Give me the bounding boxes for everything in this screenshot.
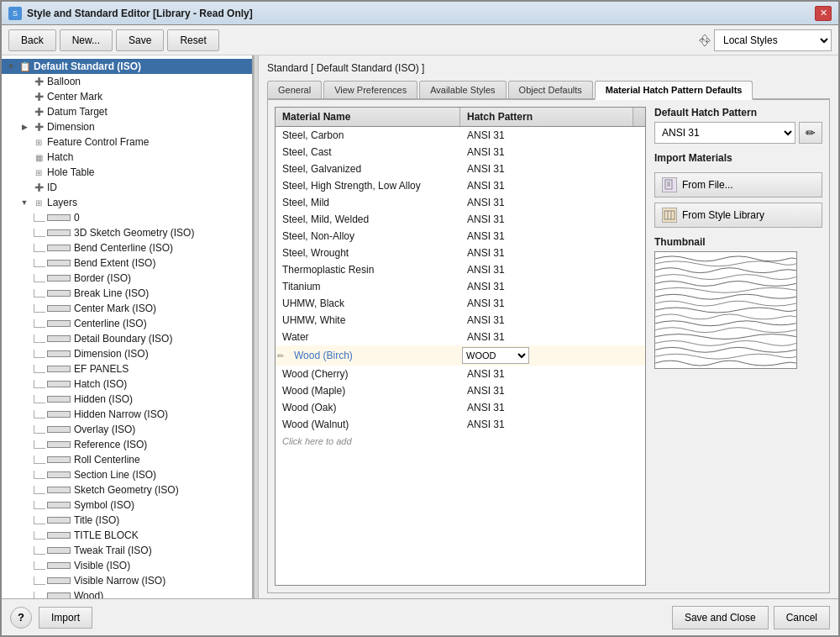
save-and-close-button[interactable]: Save and Close — [672, 606, 769, 629]
sidebar-item-label: Title (ISO) — [74, 514, 119, 526]
sidebar-item-balloon[interactable]: ➕ Balloon — [15, 74, 252, 89]
table-row[interactable]: Wood (Walnut) ANSI 31 — [276, 416, 645, 433]
sidebar-item-layer-reference[interactable]: Reference (ISO) — [29, 437, 252, 452]
sidebar-item-label: Centerline (ISO) — [74, 318, 147, 329]
sidebar-item-layer-hidden[interactable]: Hidden (ISO) — [29, 392, 252, 407]
sidebar-item-hatch[interactable]: ▦ Hatch — [15, 150, 252, 165]
sidebar-item-layer-dimension[interactable]: Dimension (ISO) — [29, 346, 252, 361]
back-button[interactable]: Back — [8, 29, 56, 51]
sidebar-item-layer-sketch[interactable]: Sketch Geometry (ISO) — [29, 482, 252, 497]
new-button[interactable]: New... — [60, 29, 113, 51]
tab-object-defaults[interactable]: Object Defaults — [508, 81, 593, 98]
from-style-library-button[interactable]: From Style Library — [654, 203, 822, 228]
collapse-icon[interactable]: ▶ — [18, 121, 30, 133]
local-styles-dropdown[interactable]: Local Styles — [714, 29, 832, 51]
expand-icon[interactable]: ▼ — [5, 61, 17, 72]
sidebar-item-layer-hatch[interactable]: Hatch (ISO) — [29, 376, 252, 392]
default-hatch-dropdown[interactable]: ANSI 31 — [654, 122, 795, 144]
sidebar-item-layer-centerline[interactable]: Centerline (ISO) — [29, 316, 252, 331]
click-to-add[interactable]: Click here to add — [276, 433, 645, 450]
table-row[interactable]: Thermoplastic Resin ANSI 31 — [276, 261, 645, 278]
sidebar-item-datum-target[interactable]: ➕ Datum Target — [15, 104, 252, 119]
sidebar-item-layer-center-mark[interactable]: Center Mark (ISO) — [29, 301, 252, 316]
tab-general[interactable]: General — [267, 81, 322, 98]
sidebar-item-default-standard[interactable]: ▼ 📋 Default Standard (ISO) — [2, 59, 252, 74]
grid-icon: ⊞ — [32, 166, 45, 178]
sidebar-item-label: Balloon — [47, 76, 81, 87]
sidebar-item-layer-hidden-narrow[interactable]: Hidden Narrow (ISO) — [29, 407, 252, 422]
sidebar-item-layer-visible[interactable]: Visible (ISO) — [29, 558, 252, 573]
sidebar-item-layer-border[interactable]: Border (ISO) — [29, 271, 252, 286]
app-icon: S — [8, 7, 22, 20]
sidebar-item-layer-title[interactable]: Title (ISO) — [29, 513, 252, 528]
sidebar-item-label: Hidden (ISO) — [74, 393, 133, 405]
sidebar-item-label: Default Standard (ISO) — [34, 61, 141, 72]
sidebar-item-layer-bend-cl[interactable]: Bend Centerline (ISO) — [29, 240, 252, 255]
table-row[interactable]: Water ANSI 31 — [276, 329, 645, 345]
right-panel: Standard [ Default Standard (ISO) ] Gene… — [259, 55, 838, 598]
from-file-button[interactable]: From File... — [654, 172, 822, 197]
tab-view-preferences[interactable]: View Preferences — [323, 81, 417, 98]
tab-material-hatch[interactable]: Material Hatch Pattern Defaults — [595, 81, 753, 100]
sidebar-item-label: Border (ISO) — [74, 272, 131, 284]
table-row[interactable]: Steel, Galvanized ANSI 31 — [276, 161, 645, 177]
table-row[interactable]: Wood (Oak) ANSI 31 — [276, 399, 645, 416]
table-row[interactable]: UHMW, Black ANSI 31 — [276, 295, 645, 312]
sidebar-item-layer-roll-cl[interactable]: Roll Centerline — [29, 452, 252, 467]
save-button[interactable]: Save — [116, 29, 164, 51]
bottom-left: ? Import — [10, 607, 92, 629]
close-button[interactable]: ✕ — [815, 6, 832, 21]
sidebar-item-layer-visible-narrow[interactable]: Visible Narrow (ISO) — [29, 573, 252, 588]
reset-button[interactable]: Reset — [167, 29, 218, 51]
sidebar-item-label: Bend Centerline (ISO) — [74, 242, 173, 254]
layers-expand-icon[interactable]: ▼ — [18, 197, 30, 208]
sidebar-item-layer-break[interactable]: Break Line (ISO) — [29, 286, 252, 301]
sidebar-item-layer-symbol[interactable]: Symbol (ISO) — [29, 497, 252, 513]
sidebar-item-layer-title-block[interactable]: TITLE BLOCK — [29, 528, 252, 543]
table-row[interactable]: Steel, Cast ANSI 31 — [276, 144, 645, 161]
edit-hatch-button[interactable]: ✏ — [799, 122, 822, 144]
sidebar-item-label: Visible (ISO) — [74, 560, 130, 571]
sidebar-item-layer-section[interactable]: Section Line (ISO) — [29, 467, 252, 482]
table-row-wood-birch[interactable]: ✏ Wood (Birch) WOOD ANSI 31 — [276, 345, 645, 366]
table-row[interactable]: Steel, Mild ANSI 31 — [276, 194, 645, 211]
thumbnail-title: Thumbnail — [654, 236, 822, 248]
sidebar-item-center-mark[interactable]: ➕ Center Mark — [15, 89, 252, 104]
hatch-pattern-combo[interactable]: WOOD ANSI 31 — [462, 347, 529, 364]
table-row[interactable]: Wood (Maple) ANSI 31 — [276, 382, 645, 399]
table-row[interactable]: Steel, Mild, Welded ANSI 31 — [276, 211, 645, 228]
sidebar-item-layer-detail[interactable]: Detail Boundary (ISO) — [29, 331, 252, 346]
sidebar-item-layer-0[interactable]: 0 — [29, 210, 252, 225]
sidebar-item-label: Section Line (ISO) — [74, 469, 156, 481]
sidebar-item-label: Center Mark (ISO) — [74, 303, 156, 314]
sidebar-item-layer-ef-panels[interactable]: EF PANELS — [29, 361, 252, 376]
table-row[interactable]: Steel, High Strength, Low Alloy ANSI 31 — [276, 177, 645, 194]
sidebar-item-layer-bend-ext[interactable]: Bend Extent (ISO) — [29, 255, 252, 271]
table-row[interactable]: UHMW, White ANSI 31 — [276, 312, 645, 329]
table-row[interactable]: Wood (Cherry) ANSI 31 — [276, 366, 645, 382]
sidebar-item-label: Tweak Trail (ISO) — [74, 545, 152, 556]
table-row[interactable]: Steel, Wrought ANSI 31 — [276, 245, 645, 261]
sidebar-item-label: Sketch Geometry (ISO) — [74, 484, 179, 496]
sidebar-item-feature-control-frame[interactable]: ⊞ Feature Control Frame — [15, 134, 252, 150]
sidebar-item-layer-3d[interactable]: 3D Sketch Geometry (ISO) — [29, 225, 252, 240]
sidebar-item-layer-wood[interactable]: Wood) — [29, 588, 252, 598]
import-materials-title: Import Materials — [654, 152, 822, 164]
sidebar-item-layers[interactable]: ▼ ⊞ Layers — [15, 195, 252, 210]
sidebar-item-id[interactable]: ➕ ID — [15, 180, 252, 195]
cancel-button[interactable]: Cancel — [774, 606, 830, 629]
tab-available-styles[interactable]: Available Styles — [419, 81, 506, 98]
sidebar-item-label: 3D Sketch Geometry (ISO) — [74, 227, 194, 239]
table-row[interactable]: Titanium ANSI 31 — [276, 278, 645, 295]
sidebar-item-label: Break Line (ISO) — [74, 287, 149, 299]
from-file-label: From File... — [682, 179, 733, 191]
import-button[interactable]: Import — [39, 607, 92, 629]
table-row[interactable]: Steel, Non-Alloy ANSI 31 — [276, 228, 645, 245]
sidebar-item-dimension[interactable]: ▶ ➕ Dimension — [15, 119, 252, 134]
sidebar-item-label: Hidden Narrow (ISO) — [74, 408, 168, 420]
sidebar-item-layer-tweak[interactable]: Tweak Trail (ISO) — [29, 543, 252, 558]
help-button[interactable]: ? — [10, 607, 32, 629]
sidebar-item-layer-overlay[interactable]: Overlay (ISO) — [29, 422, 252, 437]
table-row[interactable]: Steel, Carbon ANSI 31 — [276, 127, 645, 144]
sidebar-item-hole-table[interactable]: ⊞ Hole Table — [15, 165, 252, 180]
